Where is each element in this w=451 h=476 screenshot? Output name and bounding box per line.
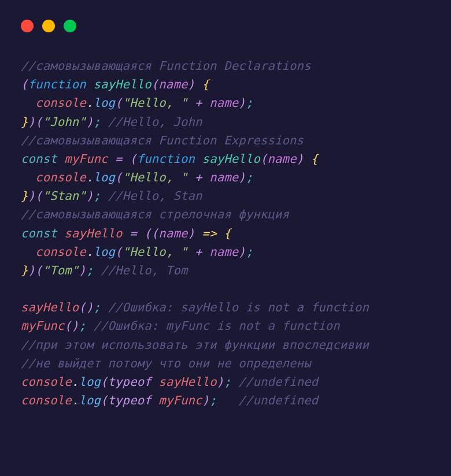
code-comment: //Hello, Stan <box>101 189 202 203</box>
token: ( <box>21 77 28 91</box>
window-titlebar <box>0 0 451 32</box>
code-comment: //Hello, Tom <box>93 263 187 277</box>
minimize-icon[interactable] <box>42 20 55 32</box>
token: console <box>35 96 86 110</box>
code-comment: //самовызывающаяся Function Declarations <box>21 59 311 73</box>
code-comment: //undefined <box>238 393 318 407</box>
token: ) <box>188 77 195 91</box>
token: "Hello, " <box>123 96 188 110</box>
code-block: //самовызывающаяся Function Declarations… <box>0 32 451 410</box>
code-comment: //самовызывающаяся Function Expressions <box>21 133 304 147</box>
code-comment: //самовызывающаяся стрелочная функция <box>21 207 289 221</box>
code-comment: //Ошибка: myFunc is not a function <box>86 319 340 333</box>
code-window: //самовызывающаяся Function Declarations… <box>0 0 451 476</box>
token: ( <box>151 77 159 91</box>
token: sayHello <box>93 77 151 91</box>
token: log <box>93 96 115 110</box>
close-icon[interactable] <box>21 20 34 32</box>
token: function <box>28 77 86 91</box>
maximize-icon[interactable] <box>64 20 76 32</box>
code-comment: //при этом использовать эти функции впос… <box>21 338 369 352</box>
code-comment: //Ошибка: sayHello is not a function <box>101 300 369 314</box>
code-comment: //Hello, John <box>101 115 202 129</box>
code-comment: //не выйдет потому что они не определены <box>21 356 311 370</box>
code-comment: //undefined <box>231 375 319 389</box>
token: name <box>158 77 187 91</box>
token: { <box>202 77 210 91</box>
